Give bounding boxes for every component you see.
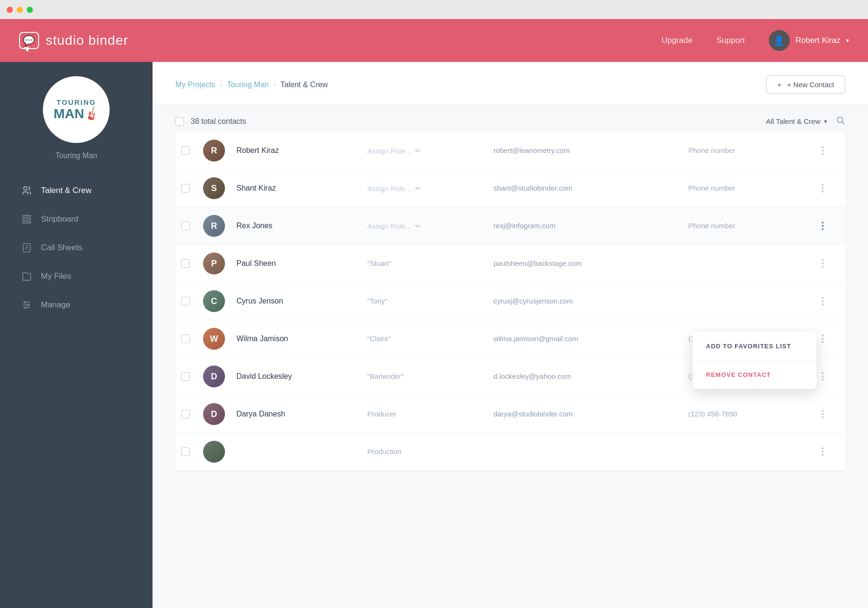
breadcrumb-bar: My Projects › Touring Man › Talent & Cre… xyxy=(153,62,868,105)
row-context-menu-button-active[interactable] xyxy=(806,220,839,232)
row-checkbox-1[interactable] xyxy=(181,146,190,155)
filter-label: All Talent & Crew xyxy=(766,117,820,125)
breadcrumb-my-projects[interactable]: My Projects xyxy=(175,81,215,89)
app-header: 💬 studio binder Upgrade Support 👤 Robert… xyxy=(0,19,868,62)
remove-contact-option[interactable]: REMOVE CONTACT xyxy=(693,361,817,389)
minimize-dot[interactable] xyxy=(17,7,23,13)
sidebar-label-my-files: My Files xyxy=(41,272,71,281)
table-row: P Paul Sheen "Stuart" paulsheen@backstag… xyxy=(175,245,845,283)
contact-role: "Tony" xyxy=(367,297,387,305)
svg-point-10 xyxy=(25,307,27,309)
maximize-dot[interactable] xyxy=(27,7,33,13)
table-row: R Robert Kiraz Assign Role... ✏ robert@l… xyxy=(175,132,845,170)
avatar xyxy=(203,441,225,463)
context-menu: ADD TO FAVORITES LIST REMOVE CONTACT xyxy=(693,332,817,389)
breadcrumb-touring-man[interactable]: Touring Man xyxy=(227,81,269,89)
sidebar-item-my-files[interactable]: My Files xyxy=(14,263,138,290)
row-checkbox-5[interactable] xyxy=(181,297,190,305)
row-context-menu-button[interactable] xyxy=(806,446,839,458)
contact-email: cyrusj@cyrusjenson.com xyxy=(493,297,573,305)
avatar: P xyxy=(203,253,225,274)
edit-pencil-icon: ✏ xyxy=(415,147,420,154)
sidebar-item-talent-crew[interactable]: Talent & Crew xyxy=(14,177,138,204)
row-checkbox-7[interactable] xyxy=(181,372,190,381)
new-contact-plus-icon: + xyxy=(777,81,781,89)
sidebar-item-call-sheets[interactable]: Call Sheets xyxy=(14,234,138,261)
new-contact-button[interactable]: + + New Contact xyxy=(766,75,845,94)
row-context-menu-button[interactable] xyxy=(806,408,839,420)
add-to-favorites-option[interactable]: ADD TO FAVORITES LIST xyxy=(693,332,817,361)
search-button[interactable] xyxy=(836,115,845,127)
select-all-checkbox[interactable] xyxy=(175,117,184,126)
table-row: D Darya Danesh Producer darya@studiobind… xyxy=(175,395,845,433)
close-dot[interactable] xyxy=(7,7,13,13)
contact-name[interactable]: Wilma Jamison xyxy=(236,334,288,343)
contact-role: Producer xyxy=(367,410,396,418)
contact-email: robert@leanometry.com xyxy=(493,146,570,154)
content-area: My Projects › Touring Man › Talent & Cre… xyxy=(153,62,868,608)
contact-role[interactable]: Assign Role... ✏ xyxy=(367,184,482,193)
contact-role: "Stuart" xyxy=(367,259,391,267)
contact-email: wilma.jamison@gmail.com xyxy=(493,334,578,343)
contacts-count-row: 38 total contacts xyxy=(175,117,246,126)
row-checkbox-2[interactable] xyxy=(181,184,190,193)
edit-pencil-icon: ✏ xyxy=(415,185,420,192)
sidebar-item-manage[interactable]: Manage xyxy=(14,292,138,318)
contact-name[interactable]: Robert Kiraz xyxy=(236,146,279,154)
row-context-menu-button[interactable] xyxy=(806,182,839,194)
sidebar-navigation: Talent & Crew Stripboard xyxy=(0,177,153,320)
contact-role[interactable]: Assign Role... ✏ xyxy=(367,222,482,230)
contact-name[interactable]: Cyrus Jenson xyxy=(236,297,283,305)
avatar: W xyxy=(203,328,225,350)
svg-point-0 xyxy=(24,187,27,190)
filter-dropdown[interactable]: All Talent & Crew ▾ xyxy=(766,117,827,125)
sidebar-item-stripboard[interactable]: Stripboard xyxy=(14,206,138,233)
svg-rect-1 xyxy=(23,215,31,217)
upgrade-link[interactable]: Upgrade xyxy=(662,36,693,45)
row-checkbox-4[interactable] xyxy=(181,259,190,268)
row-checkbox-8[interactable] xyxy=(181,410,190,418)
contact-role[interactable]: Assign Role... ✏ xyxy=(367,147,482,155)
svg-rect-2 xyxy=(23,218,31,220)
guitar-decoration: 🎸 xyxy=(84,105,101,122)
contact-role: Production xyxy=(367,447,401,456)
contact-name[interactable]: Shant Kiraz xyxy=(236,184,276,192)
svg-line-12 xyxy=(842,122,845,124)
svg-rect-4 xyxy=(23,243,31,252)
logo-icon: 💬 xyxy=(19,32,39,49)
user-name[interactable]: Robert Kiraz xyxy=(796,36,840,45)
avatar: R xyxy=(203,215,225,237)
project-logo: TOURING MAN 🎸 xyxy=(43,76,110,143)
contact-name[interactable]: Paul Sheen xyxy=(236,259,276,267)
filter-chevron-icon: ▾ xyxy=(824,118,827,125)
avatar: R xyxy=(203,140,225,162)
row-checkbox-6[interactable] xyxy=(181,334,190,343)
contacts-area: 38 total contacts All Talent & Crew ▾ xyxy=(153,105,868,471)
app-name: studio binder xyxy=(46,33,128,48)
user-info: 👤 Robert Kiraz ▾ xyxy=(769,30,849,51)
contacts-table-wrapper: R Robert Kiraz Assign Role... ✏ robert@l… xyxy=(175,132,845,471)
user-dropdown-icon[interactable]: ▾ xyxy=(846,37,849,44)
row-checkbox-9[interactable] xyxy=(181,447,190,456)
row-context-menu-button[interactable] xyxy=(806,295,839,307)
project-name: Touring Man xyxy=(55,152,97,160)
contact-name[interactable]: Darya Danesh xyxy=(236,410,285,418)
table-row: Production xyxy=(175,433,845,471)
breadcrumb-current: Talent & Crew xyxy=(280,81,328,89)
row-checkbox-3[interactable] xyxy=(181,222,190,230)
row-context-menu-button[interactable] xyxy=(806,144,839,157)
project-logo-touring: TOURING xyxy=(54,98,99,106)
new-contact-label: + New Contact xyxy=(787,81,834,89)
contact-email: shant@studiobinder.com xyxy=(493,184,572,192)
svg-point-9 xyxy=(28,304,30,306)
contact-phone: Phone number xyxy=(688,184,735,192)
contact-name[interactable]: David Lockesley xyxy=(236,372,292,380)
contact-email: paulsheen@backstage.com xyxy=(493,259,582,267)
avatar: S xyxy=(203,177,225,199)
contacts-count: 38 total contacts xyxy=(191,117,246,126)
contact-phone: Phone number xyxy=(688,146,735,154)
avatar: C xyxy=(203,290,225,312)
support-link[interactable]: Support xyxy=(716,36,745,45)
contact-name[interactable]: Rex Jones xyxy=(236,222,273,230)
row-context-menu-button[interactable] xyxy=(806,257,839,270)
